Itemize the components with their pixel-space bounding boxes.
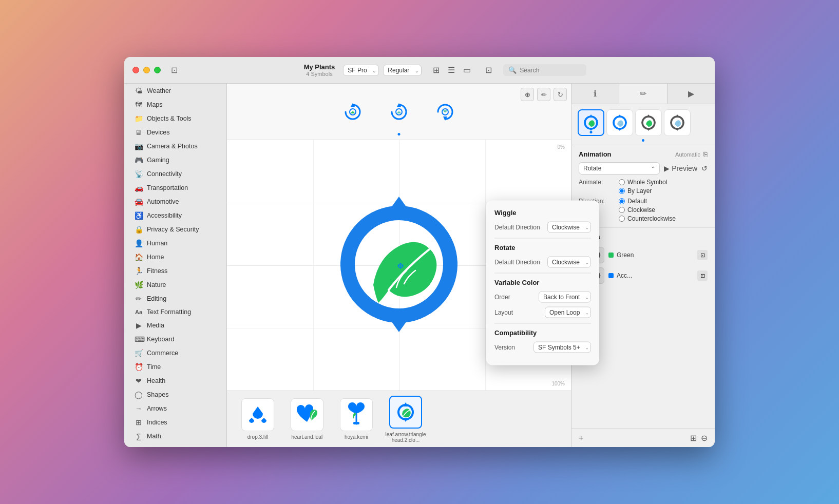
- sidebar-item-transportation[interactable]: 🚗 Transportation: [127, 181, 223, 195]
- layer-green-label: Green: [617, 251, 634, 259]
- sidebar-item-maps[interactable]: 🗺 Maps: [127, 98, 223, 111]
- bottom-symbol-drop[interactable]: drop.3.fill: [237, 398, 278, 440]
- thumb-symbol-1[interactable]: [340, 99, 366, 125]
- search-input[interactable]: [520, 67, 581, 74]
- sidebar-item-weather[interactable]: 🌤 Weather: [127, 84, 223, 98]
- sidebar-toggle-button[interactable]: ⊡: [171, 65, 178, 75]
- close-button[interactable]: [132, 67, 139, 73]
- bottom-symbol-heart-leaf[interactable]: heart.and.leaf: [287, 398, 328, 440]
- direction-default-radio[interactable]: [619, 198, 625, 204]
- direction-clockwise-radio[interactable]: [619, 207, 625, 213]
- popup-wiggle-direction-select[interactable]: Clockwise: [547, 222, 591, 233]
- panel-tab-info[interactable]: ℹ: [571, 84, 619, 104]
- variant-item-1[interactable]: [578, 109, 604, 136]
- sidebar-item-math[interactable]: ∑ Math: [127, 430, 223, 443]
- variant-item-4[interactable]: [664, 109, 691, 136]
- list-view-button[interactable]: ☰: [445, 63, 458, 77]
- maximize-button[interactable]: [154, 67, 161, 73]
- preview-button[interactable]: ▶ Rotate Preview: [664, 164, 697, 172]
- sidebar-item-objects-tools[interactable]: 📁 Objects & Tools: [127, 112, 223, 125]
- animate-section: Animate: Whole Symbol By Layer: [579, 179, 708, 195]
- bottom-symbol-leaf-arrow[interactable]: leaf.arrow.trianglehead.2.clo...: [385, 396, 426, 443]
- panel-tab-preview[interactable]: ▶: [668, 84, 715, 104]
- popup-version-wrapper: SF Symbols 5+: [533, 342, 591, 353]
- right-panel-toggle[interactable]: ⊡: [482, 63, 495, 77]
- sidebar-item-automotive[interactable]: 🚘 Automotive: [127, 195, 223, 208]
- canvas-pen-button[interactable]: ✏: [537, 88, 550, 101]
- direction-options: Default Clockwise Counterclockwise: [619, 198, 676, 222]
- sidebar-item-arrows[interactable]: → Arrows: [127, 402, 223, 415]
- sidebar-item-shapes[interactable]: ◯ Shapes: [127, 388, 223, 401]
- animate-whole-symbol-option[interactable]: Whole Symbol: [619, 179, 667, 186]
- sidebar-item-time[interactable]: ⏰ Time: [127, 360, 223, 374]
- popup-container: Wiggle Default Direction Clockwise Rotat…: [486, 201, 599, 365]
- direction-counterclockwise-radio[interactable]: [619, 216, 625, 222]
- sidebar-item-human[interactable]: 👤 Human: [127, 237, 223, 250]
- sidebar-item-connectivity[interactable]: 📡 Connectivity: [127, 167, 223, 181]
- panel-add-button[interactable]: +: [579, 434, 583, 443]
- view-controls: ⊞ ☰ ▭: [430, 63, 474, 77]
- variant-item-3[interactable]: [635, 109, 662, 136]
- sidebar-item-health[interactable]: ❤ Health: [127, 374, 223, 387]
- animate-by-layer-radio[interactable]: [619, 188, 625, 194]
- canvas-rotate-button[interactable]: ↻: [554, 88, 567, 101]
- devices-icon: 🖥: [135, 128, 143, 137]
- variant-item-2[interactable]: [606, 109, 633, 136]
- panel-view-button[interactable]: ▭: [460, 63, 474, 77]
- animation-type-chevron: ⌃: [651, 166, 655, 171]
- grid-view-button[interactable]: ⊞: [430, 63, 443, 77]
- direction-counterclockwise-option[interactable]: Counterclockwise: [619, 215, 676, 222]
- popup-order-select[interactable]: Back to Front: [539, 292, 591, 303]
- sidebar-item-nature[interactable]: 🌿 Nature: [127, 278, 223, 292]
- animate-whole-symbol-radio[interactable]: [619, 179, 625, 185]
- canvas-add-button[interactable]: ⊕: [521, 88, 534, 101]
- layer-accent-settings[interactable]: ⊡: [697, 270, 708, 281]
- sidebar-item-connectivity-label: Connectivity: [147, 170, 182, 178]
- popup-layout-select[interactable]: Open Loop: [545, 307, 591, 318]
- sidebar-item-devices[interactable]: 🖥 Devices: [127, 126, 223, 139]
- sidebar-item-objects-tools-label: Objects & Tools: [147, 115, 192, 122]
- layer-accent-color-dot: [608, 273, 614, 278]
- animation-copy-button[interactable]: ⎘: [703, 150, 708, 158]
- popup-version-select[interactable]: SF Symbols 5+: [533, 342, 591, 353]
- font-weight-select[interactable]: Regular: [383, 65, 422, 76]
- variants-row: [571, 104, 715, 145]
- panel-minus-button[interactable]: ⊖: [701, 433, 708, 443]
- panel-bottom-bar: + ⊞ ⊖: [571, 429, 715, 447]
- refresh-button[interactable]: ↺: [701, 164, 708, 172]
- popup-wiggle-direction-label: Default Direction: [494, 224, 540, 231]
- animation-type-select[interactable]: Rotate ⌃: [579, 162, 660, 175]
- popup-rotate-direction-wrapper: Clockwise: [547, 257, 591, 268]
- panel-tabs: ℹ ✏ ▶: [571, 84, 715, 104]
- minimize-button[interactable]: [143, 67, 150, 73]
- font-family-select[interactable]: SF Pro: [343, 65, 379, 76]
- direction-clockwise-option[interactable]: Clockwise: [619, 206, 676, 214]
- panel-layers-button[interactable]: ⊞: [690, 433, 697, 443]
- sidebar-item-accessibility[interactable]: ♿ Accessibility: [127, 209, 223, 222]
- sidebar-item-fitness[interactable]: 🏃 Fitness: [127, 264, 223, 278]
- sidebar-item-gaming[interactable]: 🎮 Gaming: [127, 153, 223, 167]
- bottom-symbol-hoya[interactable]: hoya.kerrii: [336, 398, 377, 440]
- thumb-symbol-3[interactable]: [432, 99, 458, 125]
- sidebar-item-privacy-security[interactable]: 🔒 Privacy & Security: [127, 223, 223, 236]
- animate-by-layer-option[interactable]: By Layer: [619, 187, 667, 195]
- sidebar-item-indices[interactable]: ⊞ Indices: [127, 416, 223, 429]
- sidebar-item-text-formatting[interactable]: Aa Text Formatting: [127, 306, 223, 318]
- sidebar-item-media[interactable]: ▶ Media: [127, 319, 223, 332]
- panel-tab-edit[interactable]: ✏: [619, 84, 667, 104]
- direction-default-option[interactable]: Default: [619, 198, 676, 205]
- popup-order-wrapper: Back to Front: [539, 292, 591, 303]
- sidebar-item-home[interactable]: 🏠 Home: [127, 250, 223, 264]
- thumb-symbol-2[interactable]: [386, 99, 412, 125]
- sidebar-item-editing[interactable]: ✏ Editing: [127, 292, 223, 305]
- direction-default-label: Default: [627, 198, 647, 205]
- layer-green-settings[interactable]: ⊡: [697, 250, 708, 260]
- popup-rotate-direction-select[interactable]: Clockwise: [547, 257, 591, 268]
- vertical-three-quarter-line: [485, 140, 486, 391]
- animation-section-right: Automatic ⎘: [675, 150, 708, 158]
- sidebar-item-privacy-label: Privacy & Security: [147, 226, 199, 233]
- popup-version-label: Version: [494, 344, 515, 351]
- sidebar-item-camera-photos[interactable]: 📷 Camera & Photos: [127, 140, 223, 153]
- sidebar-item-commerce[interactable]: 🛒 Commerce: [127, 346, 223, 360]
- sidebar-item-keyboard[interactable]: ⌨ Keyboard: [127, 333, 223, 346]
